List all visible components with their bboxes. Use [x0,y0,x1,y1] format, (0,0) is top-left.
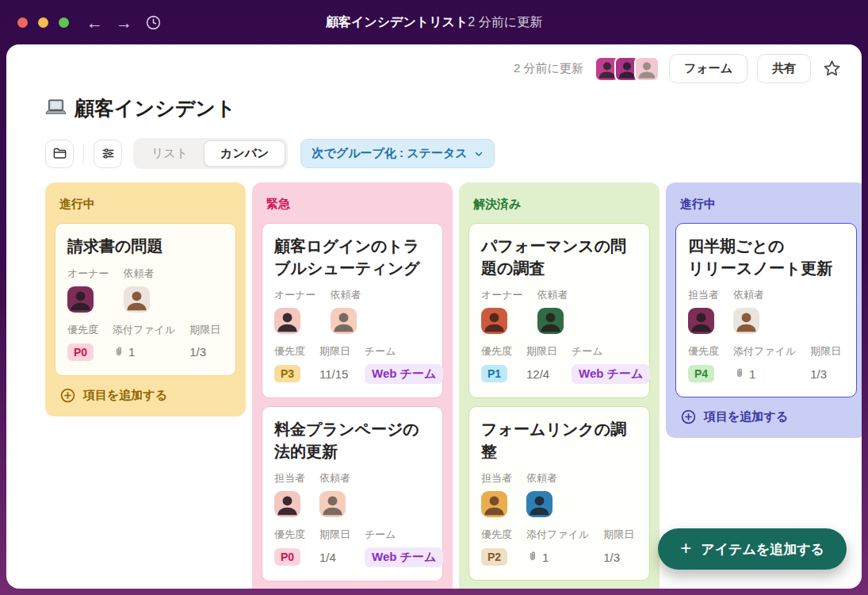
avatar-woman-bob [733,308,759,334]
card-fields-row: 優先度P3期限日11/15チームWeb チーム [274,344,430,384]
person-role-label: オーナー [67,267,109,281]
card-title: 料金プランページの 法的更新 [274,419,430,463]
column-add-item-button[interactable]: 項目を追加する [675,397,857,428]
close-button[interactable] [17,17,28,28]
card-fields-row: 優先度P4添付ファイル1期限日1/3 [688,344,844,383]
person-role-label: 担当者 [688,288,719,302]
field-value: 1/3 [603,547,634,566]
history-clock-icon[interactable] [145,14,162,31]
card-people-row: 担当者依頼者 [688,288,844,334]
avatar-woman-dark [274,308,300,334]
group-by-dropdown[interactable]: 次でグループ化 : ステータス [300,139,494,168]
minimize-button[interactable] [38,17,48,28]
card-title: 請求書の問題 [67,236,224,258]
kanban-card[interactable]: 料金プランページの 法的更新担当者依頼者優先度P0期限日1/4チームWeb チー… [262,406,443,582]
card-title: 顧客ログインのトラ ブルシューティング [274,236,430,279]
column-add-item-button[interactable]: 項目を追加する [55,376,236,407]
person-role-label: 依頼者 [526,471,557,486]
avatar-woman-orange [481,308,507,334]
field-value: P0 [274,547,305,566]
field-label: 期限日 [603,528,634,542]
avatar-woman-dark [274,491,300,517]
share-button[interactable]: 共有 [757,54,811,83]
avatar-man-suit [331,308,357,334]
priority-badge: P3 [274,365,300,382]
field-label: チーム [572,344,650,359]
field-value: P2 [481,547,512,566]
kanban-card[interactable]: 四半期ごとの リリースノート更新担当者依頼者優先度P4添付ファイル1期限日1/3 [675,223,857,397]
column-header-label: 進行中 [55,192,236,223]
field-label: 優先度 [274,344,305,359]
field-label: 優先度 [688,344,719,359]
card-fields-row: 優先度P1期限日12/4チームWeb チーム [481,344,637,384]
column-header-label: 解決済み [468,192,650,223]
field-label: 優先度 [274,528,305,542]
kanban-column-resolved: 解決済みパフォーマンスの問 題の調査オーナー依頼者優先度P1期限日12/4チーム… [459,182,660,589]
field-label: チーム [365,528,443,542]
field-value: 1/4 [319,547,350,566]
folder-button[interactable] [45,140,74,168]
card-title: フォームリンクの調 整 [481,419,637,463]
field-value: 12/4 [526,364,557,383]
traffic-lights [17,17,69,28]
card-fields-row: 優先度P2添付ファイル1期限日1/3 [481,528,637,566]
kanban-card[interactable]: 顧客ログインのトラ ブルシューティングオーナー依頼者優先度P3期限日11/15チ… [262,223,443,398]
field-value: Web チーム [572,364,650,384]
field-label: 優先度 [481,528,512,542]
page-title-row: 顧客インシデント [45,95,236,121]
kanban-card[interactable]: 請求書の問題オーナー依頼者優先度P0添付ファイル1期限日1/3 [55,223,236,376]
paperclip-icon [733,367,746,380]
person-role-label: 依頼者 [331,288,361,302]
plus-circle-icon [680,409,697,425]
form-button[interactable]: フォーム [669,54,748,83]
field-value: 1 [733,364,796,383]
field-value: 11/15 [319,364,350,383]
paperclip-icon [526,551,539,563]
favorite-star-icon[interactable] [820,58,843,80]
priority-badge: P0 [67,344,94,361]
kanban-card[interactable]: フォームリンクの調 整担当者依頼者優先度P2添付ファイル1期限日1/3 [468,406,650,581]
tab-kanban-view[interactable]: カンバン [204,140,285,167]
field-value: 1/3 [810,364,841,383]
avatar-man-green [537,308,564,334]
avatar-man-lightpink[interactable] [634,56,660,82]
chevron-down-icon [474,149,484,159]
field-value: Web チーム [365,547,443,567]
plus-circle-icon [59,387,76,404]
priority-badge: P1 [481,365,507,382]
collaborator-avatars[interactable] [595,56,660,82]
priority-badge: P2 [481,548,507,566]
field-label: 期限日 [319,528,350,542]
avatar-woman-bob [124,286,150,313]
app-window: 2 分前に更新 フォーム 共有 顧客インシデント [6,44,862,589]
avatar-man-glasses [688,308,714,334]
view-switcher: リスト カンバン [133,138,288,169]
card-people-row: 担当者依頼者 [274,471,430,517]
view-toolbar: リスト カンバン 次でグループ化 : ステータス [45,138,495,169]
back-icon[interactable]: ← [86,14,103,31]
person-role-label: 担当者 [274,471,305,486]
person-role-label: 依頼者 [733,288,764,302]
field-value: P0 [67,343,98,362]
zoom-button[interactable] [59,17,69,28]
priority-badge: P0 [274,548,300,566]
kanban-card[interactable]: パフォーマンスの問 題の調査オーナー依頼者優先度P1期限日12/4チームWeb … [468,223,650,398]
column-header-label: 進行中 [675,192,857,223]
card-people-row: 担当者依頼者 [481,471,637,517]
person-role-label: 依頼者 [319,471,350,486]
field-value: P4 [688,364,719,383]
field-label: チーム [365,344,443,359]
team-badge: Web チーム [572,364,650,384]
forward-icon[interactable]: → [116,14,132,31]
plus-icon: + [680,539,691,558]
add-item-button[interactable]: + アイテムを追加する [658,528,847,570]
field-value: 1/3 [189,343,220,362]
card-people-row: オーナー依頼者 [274,288,430,334]
team-badge: Web チーム [365,547,443,567]
avatar-man-suit [319,491,346,517]
tab-list-view[interactable]: リスト [136,141,204,166]
filter-settings-button[interactable] [94,140,122,168]
field-value: 1 [526,547,589,566]
page-title: 顧客インシデント [75,95,236,121]
field-value: P1 [481,364,512,383]
